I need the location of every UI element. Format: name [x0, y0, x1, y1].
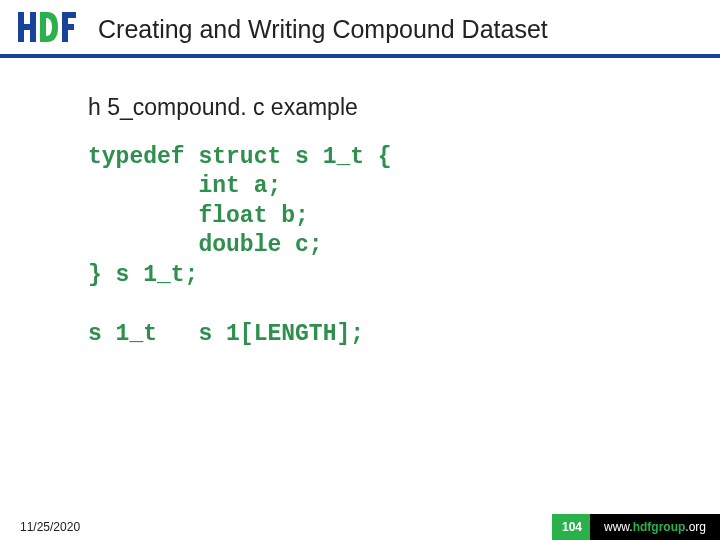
code-block: typedef struct s 1_t { int a; float b; d… [88, 143, 660, 349]
footer-brand-hdf: hdfgroup [633, 520, 686, 534]
footer-brand: www.hdfgroup.org [590, 514, 720, 540]
slide-footer: 11/25/2020 104 www.hdfgroup.org [0, 514, 720, 540]
slide-body: h 5_compound. c example typedef struct s… [0, 58, 720, 349]
hdf-logo-icon [18, 10, 76, 48]
footer-date: 11/25/2020 [0, 520, 552, 534]
slide-header: Creating and Writing Compound Dataset [0, 0, 720, 54]
slide-title: Creating and Writing Compound Dataset [98, 15, 548, 44]
footer-page-number: 104 [552, 514, 590, 540]
example-filename: h 5_compound. c example [88, 94, 660, 121]
footer-brand-org: .org [685, 520, 706, 534]
footer-brand-www: www. [604, 520, 633, 534]
svg-rect-2 [18, 24, 36, 30]
slide: Creating and Writing Compound Dataset h … [0, 0, 720, 540]
svg-rect-5 [62, 24, 74, 30]
